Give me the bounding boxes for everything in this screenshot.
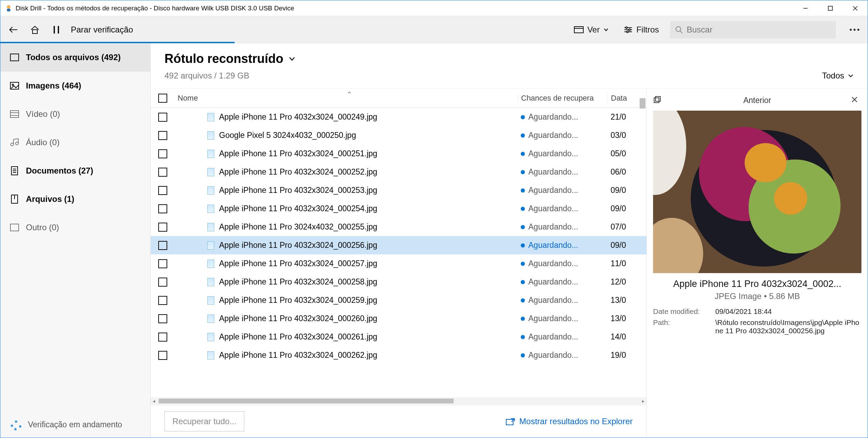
sidebar: Todos os arquivos (492) Imagens (464) Ví… xyxy=(0,43,151,438)
close-button[interactable] xyxy=(843,0,868,16)
row-checkbox[interactable] xyxy=(158,296,167,305)
column-date[interactable]: Data xyxy=(607,94,638,103)
file-date: 13/0 xyxy=(607,314,638,323)
row-checkbox[interactable] xyxy=(158,314,167,323)
sidebar-item-label: Vídeo (0) xyxy=(26,109,60,119)
file-name: Apple iPhone 11 Pro 3024x4032_000255.jpg xyxy=(219,222,377,232)
file-name: Apple iPhone 11 Pro 4032x3024_000252.jpg xyxy=(219,167,377,177)
table-row[interactable]: Apple iPhone 11 Pro 4032x3024_000254.jpg… xyxy=(151,199,647,218)
images-icon xyxy=(9,82,20,90)
status-dot-icon xyxy=(521,243,525,248)
table-row[interactable]: Apple iPhone 11 Pro 4032x3024_000257.jpg… xyxy=(151,254,647,273)
svg-rect-23 xyxy=(10,54,19,61)
search-box[interactable] xyxy=(670,21,836,38)
sidebar-item-documents[interactable]: Documentos (27) xyxy=(0,157,150,185)
archives-icon xyxy=(9,194,20,204)
row-checkbox[interactable] xyxy=(158,259,167,268)
preview-panel: Anterior Apple iPhone 11 Pro 4032x3024_0… xyxy=(647,88,868,438)
svg-rect-41 xyxy=(506,419,513,425)
table-row[interactable]: Apple iPhone 11 Pro 4032x3024_000256.jpg… xyxy=(151,236,647,254)
jpg-file-icon xyxy=(207,223,214,231)
overflow-button[interactable] xyxy=(848,23,861,37)
row-checkbox[interactable] xyxy=(158,113,167,122)
preview-path-label: Path: xyxy=(653,318,715,335)
close-preview-button[interactable] xyxy=(851,96,861,105)
table-row[interactable]: Apple iPhone 11 Pro 4032x3024_000259.jpg… xyxy=(151,291,647,309)
row-checkbox[interactable] xyxy=(158,186,167,195)
sidebar-item-images[interactable]: Imagens (464) xyxy=(0,72,150,100)
documents-icon xyxy=(9,166,20,176)
status-dot-icon xyxy=(521,152,525,156)
back-button[interactable] xyxy=(7,23,20,37)
row-checkbox[interactable] xyxy=(158,149,167,158)
table-row[interactable]: Apple iPhone 11 Pro 4032x3024_000251.jpg… xyxy=(151,145,647,163)
home-button[interactable] xyxy=(28,23,42,37)
sidebar-item-other[interactable]: Outro (0) xyxy=(0,213,150,242)
table-row[interactable]: Apple iPhone 11 Pro 4032x3024_000262.jpg… xyxy=(151,346,647,364)
filters-button[interactable]: Filtros xyxy=(620,24,662,36)
table-row[interactable]: Apple iPhone 11 Pro 4032x3024_000252.jpg… xyxy=(151,163,647,181)
row-checkbox[interactable] xyxy=(158,168,167,177)
row-checkbox[interactable] xyxy=(158,204,167,213)
status-dot-icon xyxy=(521,262,525,266)
jpg-file-icon xyxy=(207,113,214,121)
table-row[interactable]: Google Pixel 5 3024x4032_000250.jpgAguar… xyxy=(151,126,647,145)
status-dot-icon xyxy=(521,298,525,302)
sidebar-item-label: Outro (0) xyxy=(26,223,59,232)
table-row[interactable]: Apple iPhone 11 Pro 4032x3024_000260.jpg… xyxy=(151,309,647,328)
select-all-checkbox[interactable] xyxy=(158,94,167,103)
preview-header-label: Anterior xyxy=(663,96,851,105)
row-checkbox[interactable] xyxy=(158,223,167,232)
sidebar-item-label: Áudio (0) xyxy=(26,138,59,147)
sidebar-item-label: Todos os arquivos (492) xyxy=(26,53,121,62)
filters-label: Filtros xyxy=(636,25,659,35)
scan-progress-bar xyxy=(0,42,235,43)
content-heading[interactable]: Rótulo reconstruído xyxy=(164,52,296,66)
table-row[interactable]: Apple iPhone 11 Pro 4032x3024_000253.jpg… xyxy=(151,181,647,199)
recovery-chance: Aguardando... xyxy=(528,186,578,195)
file-name: Apple iPhone 11 Pro 4032x3024_000256.jpg xyxy=(219,241,377,250)
show-in-explorer-link[interactable]: Mostrar resultados no Explorer xyxy=(506,417,633,426)
table-row[interactable]: Apple iPhone 11 Pro 4032x3024_000258.jpg… xyxy=(151,273,647,291)
sidebar-item-label: Imagens (464) xyxy=(26,81,81,91)
row-checkbox[interactable] xyxy=(158,278,167,287)
table-row[interactable]: Apple iPhone 11 Pro 3024x4032_000255.jpg… xyxy=(151,218,647,236)
table-row[interactable]: Apple iPhone 11 Pro 4032x3024_000249.jpg… xyxy=(151,108,647,126)
column-name[interactable]: ⌃ Nome xyxy=(175,94,517,103)
spinner-icon xyxy=(9,418,23,431)
column-chance[interactable]: Chances de recupera xyxy=(517,94,607,103)
jpg-file-icon xyxy=(207,333,214,341)
minimize-button[interactable] xyxy=(793,0,818,16)
row-checkbox[interactable] xyxy=(158,131,167,140)
preview-filename: Apple iPhone 11 Pro 4032x3024_0002... xyxy=(653,279,861,289)
recover-all-button[interactable]: Recuperar tudo... xyxy=(164,411,244,431)
sidebar-item-audio[interactable]: Áudio (0) xyxy=(0,128,150,157)
recovery-chance: Aguardando... xyxy=(528,296,578,305)
maximize-button[interactable] xyxy=(818,0,843,16)
svg-rect-10 xyxy=(574,27,583,33)
sidebar-item-archives[interactable]: Arquivos (1) xyxy=(0,185,150,213)
sidebar-item-all-files[interactable]: Todos os arquivos (492) xyxy=(0,43,150,72)
file-name: Apple iPhone 11 Pro 4032x3024_000259.jpg xyxy=(219,296,377,305)
view-label: Ver xyxy=(587,25,600,35)
jpg-file-icon xyxy=(207,131,214,140)
horizontal-scrollbar[interactable]: ◂▸ xyxy=(151,397,647,405)
sidebar-item-video[interactable]: Vídeo (0) xyxy=(0,100,150,128)
type-filter-dropdown[interactable]: Todos xyxy=(822,71,854,81)
table-row[interactable]: Apple iPhone 11 Pro 4032x3024_000261.jpg… xyxy=(151,328,647,346)
view-dropdown[interactable]: Ver xyxy=(570,24,612,36)
table-header: ⌃ Nome Chances de recupera Data xyxy=(151,88,647,108)
stop-scan-button[interactable]: Parar verificação xyxy=(71,25,133,35)
file-date: 21/0 xyxy=(607,112,638,122)
row-checkbox[interactable] xyxy=(158,241,167,250)
row-checkbox[interactable] xyxy=(158,333,167,342)
copy-icon[interactable] xyxy=(653,95,663,105)
svg-point-29 xyxy=(11,143,13,146)
pause-icon[interactable] xyxy=(49,23,63,37)
row-checkbox[interactable] xyxy=(158,351,167,360)
svg-point-18 xyxy=(676,27,681,31)
app-icon xyxy=(4,4,13,12)
search-input[interactable] xyxy=(687,25,831,35)
recovery-chance: Aguardando... xyxy=(528,332,578,342)
file-date: 07/0 xyxy=(607,222,638,232)
